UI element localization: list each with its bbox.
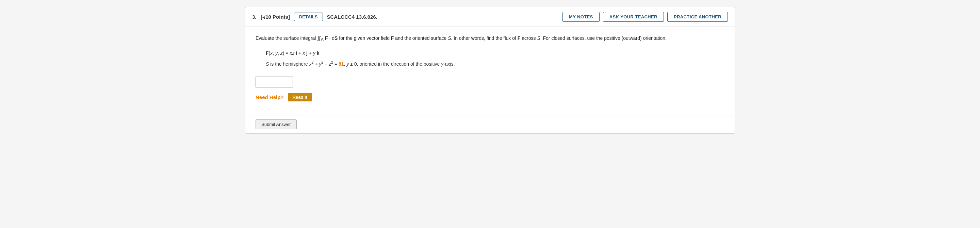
- read-it-button[interactable]: Read It: [288, 93, 312, 101]
- math-line-1: F(x, y, z) = xz i + x j + y k: [266, 49, 724, 57]
- math-line-2: S is the hemisphere x2 + y2 + z2 = 81, y…: [266, 59, 724, 69]
- need-help-label: Need Help?: [256, 94, 284, 100]
- answer-input[interactable]: [256, 77, 293, 88]
- problem-container: 3. [-/10 Points] DETAILS SCALCCC4 13.6.0…: [245, 7, 735, 134]
- need-help-section: Need Help? Read It: [256, 93, 724, 101]
- problem-body: Evaluate the surface integral ∬S F · dS …: [245, 27, 735, 115]
- practice-another-button[interactable]: PRACTICE ANOTHER: [667, 12, 728, 22]
- problem-code: SCALCCC4 13.6.026.: [327, 14, 559, 20]
- my-notes-button[interactable]: MY NOTES: [563, 12, 600, 22]
- problem-number: 3. [-/10 Points]: [252, 14, 290, 20]
- problem-header: 3. [-/10 Points] DETAILS SCALCCC4 13.6.0…: [245, 7, 735, 27]
- header-buttons: MY NOTES ASK YOUR TEACHER PRACTICE ANOTH…: [563, 12, 728, 22]
- math-block: F(x, y, z) = xz i + x j + y k S is the h…: [266, 49, 724, 68]
- ask-teacher-button[interactable]: ASK YOUR TEACHER: [603, 12, 664, 22]
- submit-area: Submit Answer: [245, 115, 735, 133]
- problem-text: Evaluate the surface integral ∬S F · dS …: [256, 34, 724, 43]
- submit-button[interactable]: Submit Answer: [256, 120, 297, 129]
- answer-input-wrapper: [256, 70, 724, 93]
- details-button[interactable]: DETAILS: [294, 13, 323, 21]
